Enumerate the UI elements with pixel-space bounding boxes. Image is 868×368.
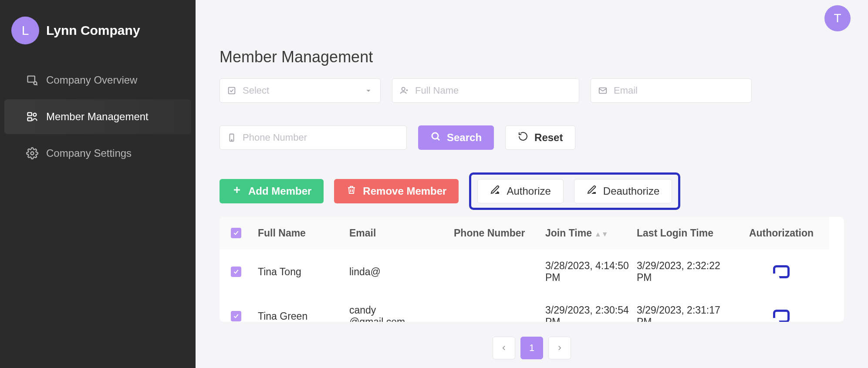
pagination: 1 <box>220 337 844 359</box>
remove-label: Remove Member <box>363 185 446 197</box>
cell-auth <box>733 255 829 289</box>
reset-icon <box>518 131 528 144</box>
reset-label: Reset <box>534 132 563 144</box>
authorize-label: Authorize <box>507 185 551 197</box>
page-next[interactable] <box>548 337 571 359</box>
svg-point-11 <box>432 133 438 139</box>
cell-join: 3/28/2023, 4:14:50 PM <box>542 250 633 294</box>
deauthorize-label: Deauthorize <box>603 185 659 197</box>
col-name: Full Name <box>254 217 346 250</box>
svg-point-4 <box>33 113 36 116</box>
sidebar-item-label: Company Settings <box>46 147 132 159</box>
chevron-down-icon <box>364 86 373 95</box>
svg-rect-0 <box>28 76 35 82</box>
search-icon <box>430 131 441 144</box>
brand-name: Lynn Company <box>46 23 140 38</box>
name-field[interactable] <box>392 78 579 103</box>
authorize-icon <box>490 185 500 198</box>
add-member-button[interactable]: Add Member <box>220 179 324 203</box>
sidebar-item-settings[interactable]: Company Settings <box>4 136 191 171</box>
mail-icon <box>598 86 608 95</box>
email-field[interactable] <box>591 78 752 103</box>
row-checkbox[interactable] <box>231 311 241 321</box>
members-icon <box>26 111 38 123</box>
cell-auth <box>733 299 829 322</box>
page-title: Member Management <box>220 48 844 66</box>
deauthorize-icon <box>587 185 597 198</box>
page-prev[interactable] <box>493 337 515 359</box>
select-placeholder: Select <box>243 85 269 96</box>
cell-name: Tina Tong <box>254 256 346 288</box>
svg-rect-6 <box>229 88 235 94</box>
cell-email: candy @gmail.com <box>346 294 450 322</box>
gear-icon <box>26 147 38 159</box>
cell-phone <box>450 261 542 282</box>
cell-phone <box>450 306 542 322</box>
remove-member-button[interactable]: Remove Member <box>334 179 459 203</box>
user-avatar[interactable]: T <box>824 5 851 31</box>
row-checkbox[interactable] <box>231 267 241 277</box>
col-join[interactable]: Join Time▲▼ <box>542 217 633 250</box>
cell-join: 3/29/2023, 2:30:54 PM <box>542 294 633 322</box>
filter-row: Select <box>220 78 844 150</box>
phone-input[interactable] <box>243 132 399 143</box>
authorize-button[interactable]: Authorize <box>477 179 563 203</box>
role-select[interactable]: Select <box>220 78 381 103</box>
members-table: Full Name Email Phone Number Join Time▲▼… <box>220 217 844 322</box>
col-login: Last Login Time <box>633 217 733 250</box>
brand: L Lynn Company <box>0 9 196 62</box>
overview-icon <box>26 74 38 86</box>
sidebar: L Lynn Company Company Overview Member M… <box>0 0 196 368</box>
col-email: Email <box>346 217 450 250</box>
action-row: Add Member Remove Member Authorize <box>220 172 844 210</box>
col-phone: Phone Number <box>450 217 542 250</box>
svg-rect-3 <box>28 118 32 121</box>
select-all-checkbox[interactable] <box>231 228 241 238</box>
cell-login: 3/29/2023, 2:32:22 PM <box>633 250 733 294</box>
search-label: Search <box>447 132 482 144</box>
svg-point-7 <box>402 88 405 91</box>
person-icon <box>399 86 409 95</box>
reset-button[interactable]: Reset <box>505 125 575 150</box>
sidebar-item-members[interactable]: Member Management <box>4 99 191 134</box>
sort-icon: ▲▼ <box>594 230 608 238</box>
sidebar-item-overview[interactable]: Company Overview <box>4 63 191 98</box>
svg-point-5 <box>31 152 34 155</box>
trash-icon <box>346 185 357 198</box>
cell-login: 3/29/2023, 2:31:17 PM <box>633 294 733 322</box>
deauthorize-button[interactable]: Deauthorize <box>574 179 672 203</box>
add-label: Add Member <box>248 185 311 197</box>
col-auth: Authorization <box>733 217 829 250</box>
svg-rect-2 <box>28 113 32 116</box>
main: T Member Management Select <box>196 0 868 368</box>
sidebar-item-label: Company Overview <box>46 74 137 86</box>
cell-name: Tina Green <box>254 300 346 322</box>
svg-point-10 <box>231 140 232 141</box>
cell-email: linda@ <box>346 256 450 288</box>
name-input[interactable] <box>415 85 572 96</box>
search-button[interactable]: Search <box>418 125 494 150</box>
plus-icon <box>232 185 242 198</box>
brand-avatar: L <box>11 17 39 44</box>
phone-icon <box>227 133 236 142</box>
phone-field[interactable] <box>220 125 407 150</box>
email-input[interactable] <box>614 85 744 96</box>
checkbox-icon <box>227 86 236 95</box>
authorize-highlight: Authorize Deauthorize <box>469 172 680 210</box>
page-1[interactable]: 1 <box>520 337 543 359</box>
sidebar-item-label: Member Management <box>46 111 149 123</box>
